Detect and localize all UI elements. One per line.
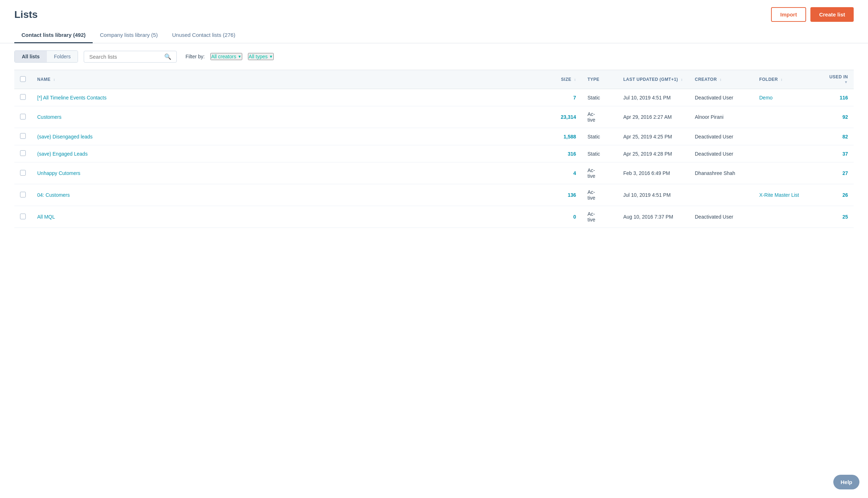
list-folder-cell <box>754 145 818 162</box>
all-creators-filter[interactable]: All creators ▼ <box>210 53 242 60</box>
list-updated-cell: Jul 10, 2019 4:51 PM <box>618 184 689 206</box>
table-row: (save) Engaged Leads 316 Static Apr 25, … <box>14 145 854 162</box>
list-creator-cell: Dhanashree Shah <box>689 162 754 184</box>
header-actions: Import Create list <box>771 7 854 22</box>
col-header-name[interactable]: NAME ↕ <box>31 70 546 89</box>
list-name-cell[interactable]: Customers <box>31 106 546 128</box>
row-checkbox-cell <box>14 145 31 162</box>
col-header-updated[interactable]: LAST UPDATED (GMT+1) ↕ <box>618 70 689 89</box>
list-name-cell[interactable]: All MQL <box>31 206 546 228</box>
row-checkbox[interactable] <box>20 170 26 176</box>
all-lists-toggle[interactable]: All lists <box>15 51 47 62</box>
row-checkbox[interactable] <box>20 214 26 219</box>
table-row: 04: Customers 136 Ac- tive Jul 10, 2019 … <box>14 184 854 206</box>
list-type-cell: Ac- tive <box>582 206 618 228</box>
chevron-down-icon: ▼ <box>269 54 273 59</box>
table-row: (save) Disengaged leads 1,588 Static Apr… <box>14 128 854 145</box>
col-header-folder[interactable]: FOLDER ↕ <box>754 70 818 89</box>
list-folder-cell <box>754 206 818 228</box>
row-checkbox[interactable] <box>20 114 26 119</box>
list-type-cell: Ac- tive <box>582 106 618 128</box>
tab-company-lists[interactable]: Company lists library (5) <box>93 28 165 43</box>
create-list-button[interactable]: Create list <box>810 7 854 22</box>
list-size-cell: 4 <box>546 162 582 184</box>
row-checkbox-cell <box>14 128 31 145</box>
list-folder-cell <box>754 106 818 128</box>
table-row: All MQL 0 Ac- tive Aug 10, 2016 7:37 PM … <box>14 206 854 228</box>
list-creator-cell: Deactivated User <box>689 145 754 162</box>
table-row: [*] All Timeline Events Contacts 7 Stati… <box>14 89 854 106</box>
select-all-header <box>14 70 31 89</box>
list-size-cell: 316 <box>546 145 582 162</box>
all-types-filter[interactable]: All types ▼ <box>248 53 274 60</box>
list-size-cell: 0 <box>546 206 582 228</box>
view-toggle: All lists Folders <box>14 50 78 63</box>
search-input[interactable] <box>89 54 161 60</box>
col-header-usedin[interactable]: USED IN ▼ <box>818 70 854 89</box>
list-updated-cell: Apr 25, 2019 4:28 PM <box>618 145 689 162</box>
list-creator-cell: Alnoor Pirani <box>689 106 754 128</box>
sort-icon: ▼ <box>844 80 848 84</box>
search-box: 🔍 <box>84 51 177 63</box>
list-size-cell: 23,314 <box>546 106 582 128</box>
select-all-checkbox[interactable] <box>20 76 26 82</box>
col-header-size[interactable]: SIZE ↕ <box>546 70 582 89</box>
list-creator-cell <box>689 184 754 206</box>
list-name-cell[interactable]: Unhappy Cutomers <box>31 162 546 184</box>
list-usedin-cell: 26 <box>818 184 854 206</box>
lists-table-container: NAME ↕ SIZE ↕ TYPE LAST UPDATED (GMT+1) … <box>0 70 868 228</box>
sort-icon: ↕ <box>781 78 782 82</box>
chevron-down-icon: ▼ <box>238 54 242 59</box>
toolbar: All lists Folders 🔍 Filter by: All creat… <box>0 43 868 70</box>
table-row: Customers 23,314 Ac- tive Apr 29, 2016 2… <box>14 106 854 128</box>
list-folder-cell <box>754 128 818 145</box>
list-folder-cell[interactable]: Demo <box>754 89 818 106</box>
list-creator-cell: Deactivated User <box>689 89 754 106</box>
list-type-cell: Ac- tive <box>582 184 618 206</box>
list-type-cell: Static <box>582 128 618 145</box>
row-checkbox[interactable] <box>20 133 26 139</box>
list-creator-cell: Deactivated User <box>689 206 754 228</box>
row-checkbox-cell <box>14 206 31 228</box>
list-updated-cell: Aug 10, 2016 7:37 PM <box>618 206 689 228</box>
row-checkbox-cell <box>14 106 31 128</box>
list-name-cell[interactable]: 04: Customers <box>31 184 546 206</box>
row-checkbox[interactable] <box>20 94 26 100</box>
list-name-cell[interactable]: (save) Disengaged leads <box>31 128 546 145</box>
list-size-cell: 136 <box>546 184 582 206</box>
table-row: Unhappy Cutomers 4 Ac- tive Feb 3, 2016 … <box>14 162 854 184</box>
list-updated-cell: Apr 29, 2016 2:27 AM <box>618 106 689 128</box>
list-usedin-cell: 25 <box>818 206 854 228</box>
list-folder-cell[interactable]: X-Rite Master List <box>754 184 818 206</box>
import-button[interactable]: Import <box>771 7 806 22</box>
sort-icon: ↕ <box>681 78 683 82</box>
table-body: [*] All Timeline Events Contacts 7 Stati… <box>14 89 854 228</box>
row-checkbox-cell <box>14 89 31 106</box>
list-name-cell[interactable]: (save) Engaged Leads <box>31 145 546 162</box>
list-updated-cell: Feb 3, 2016 6:49 PM <box>618 162 689 184</box>
list-type-cell: Static <box>582 145 618 162</box>
row-checkbox-cell <box>14 184 31 206</box>
tab-unused-contact[interactable]: Unused Contact lists (276) <box>165 28 243 43</box>
sort-icon: ↕ <box>720 78 721 82</box>
list-usedin-cell: 27 <box>818 162 854 184</box>
row-checkbox[interactable] <box>20 192 26 197</box>
row-checkbox-cell <box>14 162 31 184</box>
list-type-cell: Static <box>582 89 618 106</box>
filter-by-label: Filter by: <box>185 54 205 59</box>
col-header-creator[interactable]: CREATOR ↕ <box>689 70 754 89</box>
lists-table: NAME ↕ SIZE ↕ TYPE LAST UPDATED (GMT+1) … <box>14 70 854 228</box>
folders-toggle[interactable]: Folders <box>47 51 78 62</box>
page-title: Lists <box>14 9 38 20</box>
table-header-row: NAME ↕ SIZE ↕ TYPE LAST UPDATED (GMT+1) … <box>14 70 854 89</box>
row-checkbox[interactable] <box>20 150 26 156</box>
tab-contact-lists[interactable]: Contact lists library (492) <box>14 28 93 43</box>
search-icon: 🔍 <box>164 53 171 60</box>
list-updated-cell: Jul 10, 2019 4:51 PM <box>618 89 689 106</box>
col-header-type: TYPE <box>582 70 618 89</box>
list-name-cell[interactable]: [*] All Timeline Events Contacts <box>31 89 546 106</box>
list-usedin-cell: 37 <box>818 145 854 162</box>
list-usedin-cell: 82 <box>818 128 854 145</box>
sort-icon: ↕ <box>53 78 55 82</box>
list-creator-cell: Deactivated User <box>689 128 754 145</box>
